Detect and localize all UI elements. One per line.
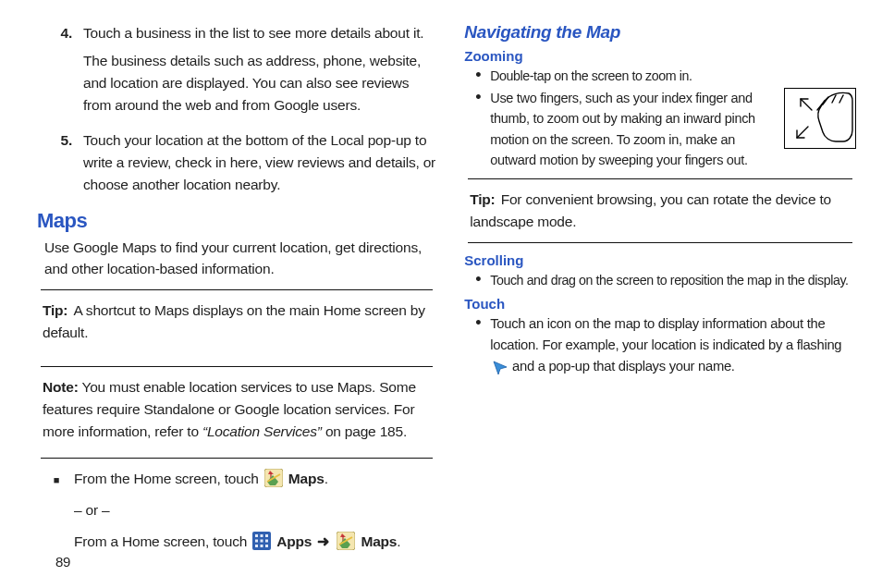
maps-heading: Maps bbox=[37, 209, 436, 233]
divider bbox=[41, 289, 433, 290]
apps-icon bbox=[252, 532, 271, 557]
svg-rect-9 bbox=[265, 539, 268, 542]
step-4: 4. Touch a business in the list to see m… bbox=[37, 22, 436, 116]
nav-heading: Navigating the Map bbox=[464, 22, 856, 43]
maps-icon bbox=[264, 469, 283, 494]
svg-rect-8 bbox=[261, 539, 263, 542]
tip-label: Tip: bbox=[43, 302, 67, 318]
location-arrow-icon bbox=[491, 359, 508, 382]
bullet-icon: • bbox=[473, 270, 483, 290]
step-5-number: 5. bbox=[37, 129, 72, 196]
tip-body-inline: A shortcut to Maps displays on the main … bbox=[43, 302, 425, 340]
step-4-text: Touch a business in the list to see more… bbox=[83, 22, 436, 116]
maps-label: Maps bbox=[288, 471, 325, 486]
svg-rect-4 bbox=[255, 534, 258, 537]
launch-line-1-text: From the Home screen, touch bbox=[74, 471, 263, 486]
zoom-heading: Zooming bbox=[464, 48, 856, 64]
zoom-bullet-2: • Use two fingers, such as your index fi… bbox=[473, 88, 856, 171]
pinch-gesture-icon bbox=[784, 88, 856, 149]
launch-line-2: From a Home screen, touch Apps ➜ bbox=[74, 531, 436, 557]
note-body-b: on page 185. bbox=[322, 423, 407, 439]
tip-block-right: Tip: For convenient browsing, you can ro… bbox=[464, 185, 856, 239]
zoom-bullet-2-body: Use two fingers, such as your index fing… bbox=[490, 88, 856, 171]
maps-intro: Use Google Maps to find your current loc… bbox=[44, 237, 429, 280]
tip-block: Tip: A shortcut to Maps displays on the … bbox=[37, 296, 436, 349]
tip-label-right: Tip: bbox=[470, 191, 495, 207]
maps-icon bbox=[337, 532, 355, 557]
maps-label-2: Maps bbox=[361, 533, 397, 549]
or-text: – or – bbox=[74, 499, 436, 521]
scroll-bullet-1: • Touch and drag on the screen to reposi… bbox=[473, 270, 856, 290]
note-block: Note: You must enable location services … bbox=[37, 373, 436, 448]
scroll-bullet-1-text: Touch and drag on the screen to repositi… bbox=[490, 270, 856, 290]
svg-rect-7 bbox=[255, 539, 258, 542]
page-number: 89 bbox=[55, 554, 70, 570]
square-bullet-icon: ■ bbox=[52, 468, 61, 557]
touch-b1-a: Touch an icon on the map to display info… bbox=[490, 316, 841, 352]
touch-b1-b: and a pop-up that displays your name. bbox=[512, 359, 735, 374]
svg-rect-10 bbox=[255, 545, 258, 547]
touch-bullet-1: • Touch an icon on the map to display in… bbox=[473, 313, 856, 382]
svg-rect-11 bbox=[261, 545, 263, 547]
touch-bullet-1-body: Touch an icon on the map to display info… bbox=[490, 313, 856, 382]
zoom-bullet-1: • Double-tap on the screen to zoom in. bbox=[473, 66, 856, 86]
bullet-icon: • bbox=[473, 313, 483, 382]
arrow: ➜ bbox=[317, 533, 329, 549]
launch-line-2-text: From a Home screen, touch bbox=[74, 533, 251, 549]
divider bbox=[468, 242, 852, 243]
svg-rect-6 bbox=[265, 534, 268, 537]
step-5-text: Touch your location at the bottom of the… bbox=[83, 129, 436, 196]
divider bbox=[41, 458, 433, 459]
step-4-line1: Touch a business in the list to see more… bbox=[83, 22, 436, 44]
touch-heading: Touch bbox=[464, 296, 856, 312]
bullet-icon: • bbox=[473, 66, 483, 86]
note-label: Note: bbox=[43, 379, 79, 395]
svg-rect-16 bbox=[785, 89, 856, 149]
launch-maps-block: ■ From the Home screen, touch Maps. bbox=[52, 468, 436, 557]
step-5: 5. Touch your location at the bottom of … bbox=[37, 129, 436, 196]
divider bbox=[41, 366, 433, 367]
launch-line-1: From the Home screen, touch Maps. bbox=[74, 468, 436, 494]
svg-rect-5 bbox=[261, 534, 263, 537]
zoom-bullet-1-text: Double-tap on the screen to zoom in. bbox=[490, 66, 856, 86]
note-ref: “Location Services” bbox=[202, 423, 322, 439]
svg-rect-12 bbox=[265, 545, 268, 547]
divider bbox=[468, 178, 852, 179]
step-4-number: 4. bbox=[37, 22, 72, 116]
zoom-bullet-2-text: Use two fingers, such as your index fing… bbox=[490, 88, 778, 171]
scroll-heading: Scrolling bbox=[464, 252, 856, 268]
tip-body-right: For convenient browsing, you can rotate … bbox=[470, 191, 831, 229]
step-4-line2: The business details such as address, ph… bbox=[83, 50, 436, 116]
svg-marker-17 bbox=[494, 361, 507, 374]
apps-label: Apps bbox=[276, 533, 312, 549]
note-body: You must enable location services to use… bbox=[43, 379, 416, 439]
bullet-icon: • bbox=[473, 88, 483, 171]
